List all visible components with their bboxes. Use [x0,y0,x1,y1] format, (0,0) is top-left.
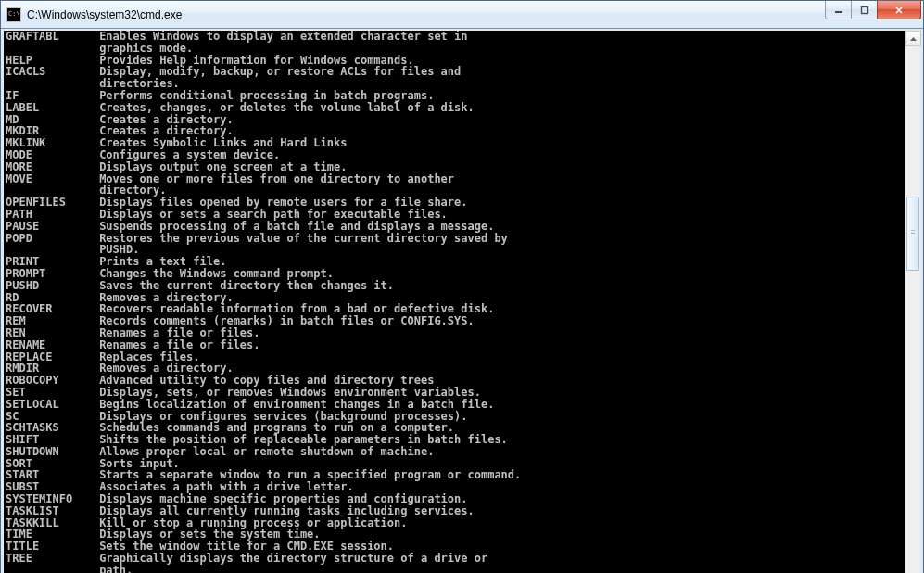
close-button[interactable] [877,1,921,19]
console-line: POPD Restores the previous value of the … [6,233,905,245]
svg-rect-4 [861,6,867,13]
svg-marker-7 [910,37,917,41]
console-line: MORE Displays output one screen at a tim… [6,161,905,173]
console-line: SHUTDOWN Allows proper local or remote s… [6,446,905,458]
console-line: ROBOCOPY Advanced utility to copy files … [6,375,905,387]
titlebar[interactable]: C:\ C:\Windows\system32\cmd.exe [1,1,923,29]
console-line: IF Performs conditional processing in ba… [6,90,905,102]
console-line: SYSTEMINFO Displays machine specific pro… [6,493,905,505]
console-line: SHIFT Shifts the position of replaceable… [6,434,905,446]
console-line: RENAME Renames a file or files. [6,339,905,351]
console-line: PROMPT Changes the Windows command promp… [6,268,905,280]
console-line: GRAFTABL Enables Windows to display an e… [6,31,905,43]
window-title: C:\Windows\system32\cmd.exe [27,8,826,21]
svg-text:C:\: C:\ [8,10,20,18]
console-line: REN Renames a file or files. [6,327,905,339]
maximize-button[interactable] [851,1,878,19]
console-line: LABEL Creates, changes, or deletes the v… [6,102,905,114]
console-line: TASKLIST Displays all currently running … [6,505,905,517]
console-line: PAUSE Suspends processing of a batch fil… [6,221,905,233]
window-buttons [826,1,921,19]
console-line: PUSHD Saves the current directory then c… [6,280,905,292]
vertical-scrollbar[interactable] [905,31,920,573]
console-line: graphics mode. [6,43,905,55]
scroll-up-button[interactable] [905,31,921,46]
console-line: PATH Displays or sets a search path for … [6,209,905,221]
console-line: TREE Graphically displays the directory … [6,553,905,565]
console-line: SET Displays, sets, or removes Windows e… [6,387,905,399]
scroll-track[interactable] [905,46,920,573]
console-line: path. [6,565,905,573]
cmd-icon: C:\ [6,7,21,22]
console-output[interactable]: GRAFTABL Enables Windows to display an e… [4,31,905,573]
scroll-thumb[interactable] [906,197,919,271]
console-line: REM Records comments (remarks) in batch … [6,315,905,327]
minimize-button[interactable] [825,1,852,19]
console-line: SETLOCAL Begins localization of environm… [6,399,905,411]
svg-rect-3 [835,11,842,13]
console-line: MODE Configures a system device. [6,149,905,161]
window-frame: C:\ C:\Windows\system32\cmd.exe GRAFTABL… [0,0,924,573]
client-area: GRAFTABL Enables Windows to display an e… [1,29,923,573]
